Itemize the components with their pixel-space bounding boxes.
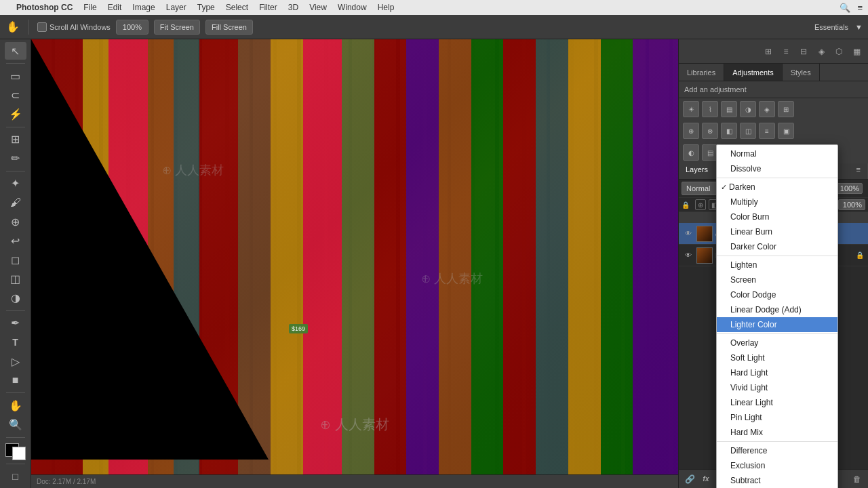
eyedropper-tool[interactable]: ✏	[5, 150, 26, 167]
blend-colorburn[interactable]: Color Burn	[717, 209, 837, 224]
layer-vis-bg[interactable]: 👁	[683, 250, 694, 261]
pen-tool[interactable]: ✒	[5, 314, 26, 332]
layers-menu-icon[interactable]: ≡	[850, 163, 868, 179]
panel-icon-6[interactable]: ▦	[849, 44, 864, 59]
clone-tool[interactable]: ⊕	[5, 213, 26, 230]
blend-group-overlay: Overlay Soft Light Hard Light Vivid Ligh…	[717, 334, 837, 442]
adj-exposure[interactable]: ◑	[740, 101, 756, 117]
zoom-display[interactable]: 100%	[116, 20, 149, 35]
blend-hardmix[interactable]: Hard Mix	[717, 425, 837, 440]
blend-normal[interactable]: Normal	[717, 146, 837, 161]
adj-invert[interactable]: ◐	[683, 144, 699, 161]
menu-layer[interactable]: Layer	[166, 3, 186, 12]
blend-subtract[interactable]: Subtract	[717, 473, 837, 488]
blend-overlay[interactable]: Overlay	[717, 336, 837, 350]
heal-tool[interactable]: ✦	[5, 175, 26, 192]
status-info: Doc: 2.17M / 2.17M	[37, 478, 96, 485]
panel-top-icons: ⊞ ≡ ⊟ ◈ ⬡ ▦	[679, 39, 868, 64]
adj-curves[interactable]: ⌇	[702, 101, 718, 117]
path-select-tool[interactable]: ▷	[5, 352, 26, 370]
menu-filter[interactable]: Filter	[259, 3, 277, 12]
brush-tool[interactable]: 🖌	[5, 194, 26, 211]
blend-darken[interactable]: Darken	[717, 180, 837, 195]
blend-lineardodge[interactable]: Linear Dodge (Add)	[717, 302, 837, 317]
menu-view[interactable]: View	[309, 3, 327, 12]
blend-hardlight[interactable]: Hard Light	[717, 365, 837, 380]
panel-icon-2[interactable]: ≡	[778, 44, 793, 59]
bg-lock-icon: 🔒	[856, 251, 864, 259]
blend-screen[interactable]: Screen	[717, 272, 837, 287]
menu-image[interactable]: Image	[132, 3, 155, 12]
blend-lighten[interactable]: Lighten	[717, 258, 837, 272]
lasso-tool[interactable]: ⊂	[5, 86, 26, 104]
fill-screen-button[interactable]: Fill Screen	[205, 20, 253, 35]
blend-multiply[interactable]: Multiply	[717, 195, 837, 209]
blend-colordodge[interactable]: Color Dodge	[717, 287, 837, 302]
fit-screen-button[interactable]: Fit Screen	[154, 20, 200, 35]
adj-bw[interactable]: ◧	[721, 123, 737, 139]
menu-type[interactable]: Type	[197, 3, 215, 12]
shape-tool[interactable]: ■	[5, 371, 26, 389]
adj-levels[interactable]: ▤	[721, 101, 737, 117]
menu-help[interactable]: Help	[378, 3, 395, 12]
blend-difference[interactable]: Difference	[717, 443, 837, 458]
menu-select[interactable]: Select	[226, 3, 248, 12]
lock-position[interactable]: ⊕	[695, 199, 706, 210]
blend-darkercolor[interactable]: Darker Color	[717, 239, 837, 254]
screen-mode[interactable]: □	[5, 468, 26, 485]
tab-libraries[interactable]: Libraries	[679, 64, 724, 81]
adj-channelmix[interactable]: ≡	[759, 123, 775, 139]
hand-tool[interactable]: ✋	[5, 396, 26, 414]
layer-delete-btn[interactable]: 🗑	[850, 472, 864, 486]
fill-input[interactable]	[838, 199, 865, 210]
scroll-all-checkbox[interactable]	[37, 22, 47, 32]
quick-select-tool[interactable]: ⚡	[5, 105, 26, 123]
gradient-tool[interactable]: ◫	[5, 270, 26, 288]
blend-lightercolor[interactable]: Lighter Color	[717, 317, 837, 332]
menu-icon[interactable]: ≡	[857, 3, 863, 13]
panel-icon-4[interactable]: ◈	[814, 44, 829, 59]
adj-photofilt[interactable]: ◫	[740, 123, 756, 139]
dodge-tool[interactable]: ◑	[5, 289, 26, 307]
tab-layers[interactable]: Layers	[679, 163, 715, 179]
move-tool[interactable]: ↖	[5, 42, 26, 60]
eraser-tool[interactable]: ◻	[5, 251, 26, 268]
crop-tool[interactable]: ⊞	[5, 130, 26, 148]
panel-icon-3[interactable]: ⊟	[796, 44, 811, 59]
select-rect-tool[interactable]: ▭	[5, 67, 26, 85]
blend-vividlight[interactable]: Vivid Light	[717, 380, 837, 395]
text-tool[interactable]: T	[5, 333, 26, 351]
blend-dissolve[interactable]: Dissolve	[717, 161, 837, 176]
zoom-tool[interactable]: 🔍	[5, 415, 26, 433]
blend-group-lighten: Lighten Screen Color Dodge Linear Dodge …	[717, 256, 837, 334]
background-color[interactable]	[12, 447, 26, 460]
opacity-input[interactable]	[835, 183, 863, 194]
adj-hsl[interactable]: ⊕	[683, 123, 699, 139]
tab-adjustments[interactable]: Adjustments	[724, 64, 783, 81]
panel-icon-5[interactable]: ⬡	[831, 44, 846, 59]
adj-brightness[interactable]: ☀	[683, 101, 699, 117]
adj-row1-6[interactable]: ⊞	[778, 101, 794, 117]
color-selector[interactable]	[5, 443, 26, 460]
layer-link-btn[interactable]: 🔗	[683, 472, 696, 486]
menu-file[interactable]: File	[83, 3, 96, 12]
tab-styles[interactable]: Styles	[783, 64, 820, 81]
menu-3d[interactable]: 3D	[288, 3, 298, 12]
panel-icon-1[interactable]: ⊞	[761, 44, 776, 59]
history-brush-tool[interactable]: ↩	[5, 232, 26, 249]
menu-window[interactable]: Window	[338, 3, 367, 12]
adj-vibrance[interactable]: ◈	[759, 101, 775, 117]
blend-pinlight[interactable]: Pin Light	[717, 410, 837, 425]
blend-mode-dropdown: Normal Dissolve Darken Multiply Color Bu…	[716, 144, 838, 488]
blend-linearlight[interactable]: Linear Light	[717, 395, 837, 410]
blend-softlight[interactable]: Soft Light	[717, 350, 837, 365]
layer-vis-icon[interactable]: 👁	[683, 228, 694, 239]
menu-edit[interactable]: Edit	[108, 3, 122, 12]
layer-fx-btn[interactable]: fx	[699, 472, 713, 486]
essentials-dropdown-arrow[interactable]: ▼	[855, 23, 863, 31]
blend-exclusion[interactable]: Exclusion	[717, 458, 837, 473]
adj-colorbalance[interactable]: ⊗	[702, 123, 718, 139]
adj-colorlookup[interactable]: ▣	[778, 123, 794, 139]
blend-linearburn[interactable]: Linear Burn	[717, 224, 837, 239]
search-icon[interactable]: 🔍	[840, 3, 850, 13]
